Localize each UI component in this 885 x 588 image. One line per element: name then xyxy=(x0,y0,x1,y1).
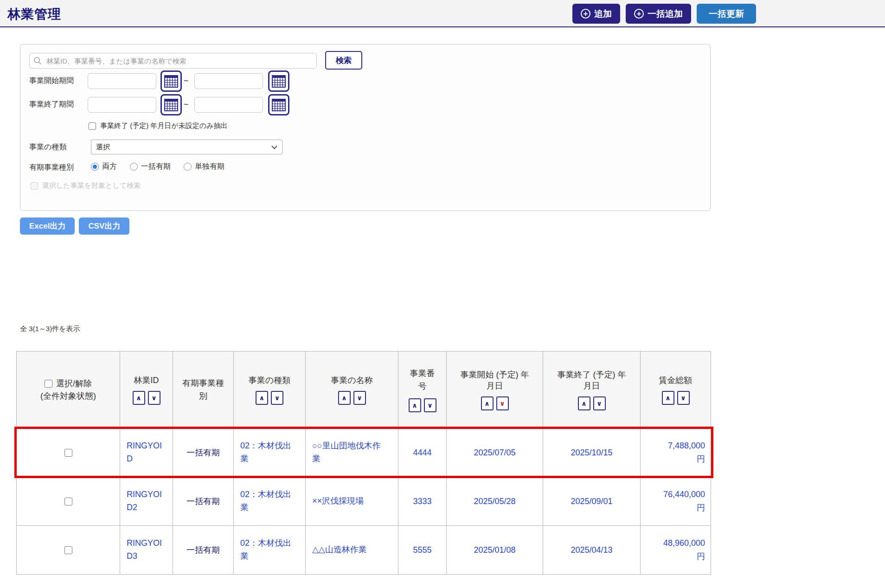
row-number-cell: 3333 xyxy=(398,477,447,526)
bulk-add-button[interactable]: + 一括追加 xyxy=(626,4,691,24)
row-checkbox[interactable] xyxy=(64,546,72,554)
radio-unselected-icon xyxy=(184,163,192,171)
row-fixed-term-cell: 一括有期 xyxy=(173,477,234,526)
keyword-search-input[interactable] xyxy=(29,53,317,69)
row-name-cell[interactable]: ××沢伐採現場 xyxy=(306,477,398,526)
row-start-date-cell: 2025/07/05 xyxy=(447,428,543,477)
radio-unselected-icon xyxy=(130,163,138,171)
end-period-label: 事業終了期間 xyxy=(29,100,74,109)
plus-circle-icon: + xyxy=(634,9,644,19)
row-name-cell[interactable]: ○○里山団地伐木作業 xyxy=(306,428,398,477)
name-column-label: 事業の名称 xyxy=(331,375,372,386)
row-select-cell xyxy=(17,526,120,575)
topbar-actions: + 追加 + 一括追加 一括更新 xyxy=(572,4,756,24)
start-period-to-calendar-button[interactable] xyxy=(268,70,289,92)
bulk-update-button-label: 一括更新 xyxy=(709,8,744,20)
start-period-label: 事業開始期間 xyxy=(29,76,74,86)
row-end-date-cell: 2025/04/13 xyxy=(543,526,641,575)
row-select-cell xyxy=(17,428,120,477)
calendar-icon xyxy=(164,99,178,111)
header-number-column: 事業番号 ∧ ∨ xyxy=(398,352,447,428)
search-panel: 検索 事業開始期間 ~ 事業終了期間 xyxy=(20,44,711,211)
end-period-to-input[interactable] xyxy=(194,97,263,113)
calendar-icon xyxy=(164,75,178,88)
row-checkbox[interactable] xyxy=(64,449,72,457)
search-button[interactable]: 検索 xyxy=(325,51,362,70)
bulk-update-button[interactable]: 一括更新 xyxy=(697,4,756,24)
row-end-date-cell: 2025/09/01 xyxy=(543,477,641,526)
sort-asc-button-id[interactable]: ∧ xyxy=(133,391,145,405)
row-id-cell[interactable]: RINGYOID xyxy=(120,428,173,477)
header-start-date-column: 事業開始 (予定) 年月日 ∧ ∨ xyxy=(447,352,543,428)
row-select-cell xyxy=(17,477,120,526)
radio-option-both-label: 両方 xyxy=(102,162,117,172)
header-id-column: 林業ID ∧ ∨ xyxy=(120,352,173,428)
end-period-from-input[interactable] xyxy=(88,97,156,113)
row-checkbox[interactable] xyxy=(64,498,72,505)
radio-option-both[interactable]: 両方 xyxy=(91,162,117,172)
sort-desc-button-number[interactable]: ∨ xyxy=(424,398,436,412)
row-wage-cell: 76,440,000 円 xyxy=(641,477,711,526)
end-period-to-calendar-button[interactable] xyxy=(268,94,289,115)
sort-desc-button-id[interactable]: ∨ xyxy=(148,391,160,405)
id-column-label: 林業ID xyxy=(134,375,159,386)
fixed-term-radio-group: 両方 一括有期 単独有期 xyxy=(91,162,224,172)
header-type-column: 事業の種類 ∧ ∨ xyxy=(234,352,306,428)
sort-asc-button-type[interactable]: ∧ xyxy=(256,391,268,405)
calendar-icon xyxy=(272,99,286,111)
row-id-cell[interactable]: RINGYOID2 xyxy=(120,477,173,526)
end-date-column-label: 事業終了 (予定) 年月日 xyxy=(553,369,630,391)
sort-asc-button-number[interactable]: ∧ xyxy=(409,398,421,412)
plus-circle-icon: + xyxy=(581,9,590,19)
header-name-column: 事業の名称 ∧ ∨ xyxy=(306,352,398,428)
result-count: 全 3(1～3)件を表示 xyxy=(20,325,80,333)
radio-option-bulk-fixed[interactable]: 一括有期 xyxy=(130,162,171,172)
sort-desc-button-start-date-active[interactable]: ∨ xyxy=(496,396,509,410)
csv-export-button[interactable]: CSV出力 xyxy=(79,217,129,235)
business-type-select[interactable]: 選択 xyxy=(91,140,282,154)
start-period-from-input[interactable] xyxy=(88,73,156,89)
sort-asc-button-end-date[interactable]: ∧ xyxy=(578,396,590,410)
bulk-add-button-label: 一括追加 xyxy=(648,8,683,20)
end-period-from-calendar-button[interactable] xyxy=(160,94,182,115)
row-number-cell: 5555 xyxy=(398,526,447,575)
row-wage-cell: 7,488,000 円 xyxy=(641,428,711,477)
radio-selected-icon xyxy=(91,163,99,171)
range-separator: ~ xyxy=(184,100,189,109)
search-selected-label: 選択した事業を対象として検索 xyxy=(42,181,141,190)
unset-end-filter-checkbox[interactable] xyxy=(89,122,96,130)
radio-option-bulk-fixed-label: 一括有期 xyxy=(141,162,171,172)
calendar-icon xyxy=(272,75,286,88)
search-selected-row: 選択した事業を対象として検索 xyxy=(31,181,141,190)
search-box xyxy=(29,53,317,69)
start-period-to-input[interactable] xyxy=(194,73,263,89)
excel-export-button[interactable]: Excel出力 xyxy=(20,217,75,235)
sort-desc-button-end-date[interactable]: ∨ xyxy=(593,396,606,410)
sort-desc-button-type[interactable]: ∨ xyxy=(271,391,283,405)
chevron-down-icon xyxy=(271,145,277,149)
row-fixed-term-cell: 一括有期 xyxy=(173,428,234,477)
add-button-label: 追加 xyxy=(594,8,612,20)
sort-asc-button-start-date[interactable]: ∧ xyxy=(481,396,494,410)
row-end-date-cell: 2025/10/15 xyxy=(543,428,641,477)
row-type-cell: 02：木材伐出業 xyxy=(234,526,306,575)
row-id-cell[interactable]: RINGYOID3 xyxy=(120,526,173,575)
header-end-date-column: 事業終了 (予定) 年月日 ∧ ∨ xyxy=(543,352,641,428)
select-column-label: 選択/解除 xyxy=(56,378,92,389)
forestry-table: 選択/解除 (全件対象状態) 林業ID ∧ ∨ 有期事業種別 事業の種類 ∧ ∨… xyxy=(16,351,711,575)
row-type-cell: 02：木材伐出業 xyxy=(234,477,306,526)
sort-asc-button-name[interactable]: ∧ xyxy=(338,391,351,405)
sort-desc-button-wage[interactable]: ∨ xyxy=(677,391,690,405)
export-row: Excel出力 CSV出力 xyxy=(20,217,129,235)
start-period-from-calendar-button[interactable] xyxy=(160,70,182,92)
sort-asc-button-wage[interactable]: ∧ xyxy=(662,391,674,405)
unset-end-filter-label: 事業終了 (予定) 年月日が未設定のみ抽出 xyxy=(100,121,227,130)
number-column-label: 事業番号 xyxy=(409,367,436,393)
row-type-cell: 02：木材伐出業 xyxy=(234,428,306,477)
type-column-label: 事業の種類 xyxy=(249,375,290,386)
sort-desc-button-name[interactable]: ∨ xyxy=(353,391,366,405)
select-all-checkbox[interactable] xyxy=(45,380,52,388)
add-button[interactable]: + 追加 xyxy=(572,4,620,24)
radio-option-single-fixed[interactable]: 単独有期 xyxy=(184,162,224,172)
row-name-cell[interactable]: △△山造林作業 xyxy=(306,526,398,575)
